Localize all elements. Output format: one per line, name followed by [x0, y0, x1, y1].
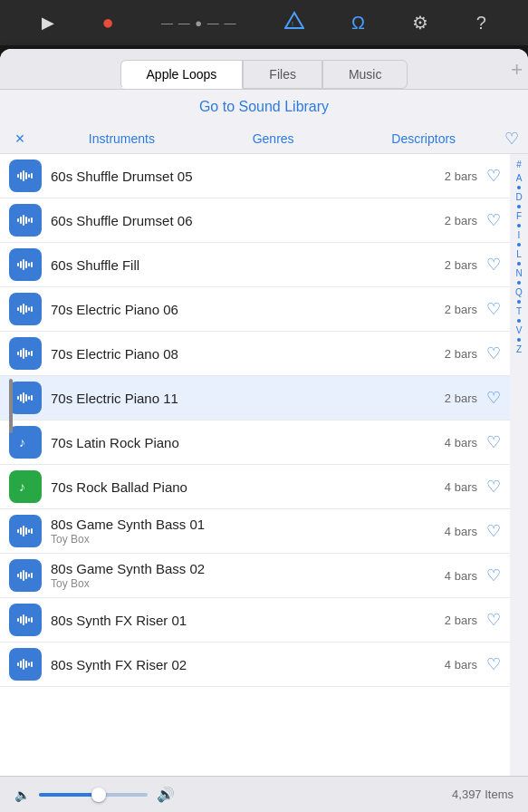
item-icon [9, 293, 42, 325]
item-icon [9, 204, 42, 237]
item-name: 60s Shuffle Drumset 05 [51, 169, 445, 184]
svg-rect-11 [25, 217, 27, 224]
index-letter[interactable]: T [516, 304, 522, 318]
item-icon [9, 648, 42, 681]
triangle-icon[interactable]: ! [284, 11, 304, 35]
item-favorite-button[interactable]: ♡ [486, 432, 501, 452]
item-favorite-button[interactable]: ♡ [486, 299, 501, 319]
item-icon [9, 604, 42, 636]
item-favorite-button[interactable]: ♡ [486, 343, 501, 363]
headphone-icon[interactable]: Ω [351, 13, 365, 34]
index-letter[interactable]: L [516, 247, 522, 261]
list-wrapper: 60s Shuffle Drumset 052 bars♡ 60s Shuffl… [0, 154, 528, 776]
svg-rect-58 [17, 662, 19, 666]
index-letter[interactable]: D [515, 190, 522, 204]
svg-rect-15 [20, 261, 22, 268]
item-count: 4,397 Items [452, 788, 514, 801]
help-icon[interactable]: ? [476, 13, 486, 34]
list-item[interactable]: ♪70s Rock Ballad Piano4 bars♡ [0, 465, 510, 509]
item-name: 70s Electric Piano 06 [51, 302, 445, 317]
resize-handle[interactable] [9, 379, 13, 433]
index-dot [517, 243, 521, 246]
item-favorite-button[interactable]: ♡ [486, 166, 501, 186]
svg-rect-52 [17, 618, 19, 622]
list-item[interactable]: 60s Shuffle Drumset 052 bars♡ [0, 154, 510, 198]
index-letter[interactable]: # [516, 158, 522, 171]
play-button[interactable]: ▶ [42, 13, 54, 33]
list-item[interactable]: 80s Synth FX Riser 012 bars♡ [0, 598, 510, 643]
volume-slider[interactable] [39, 793, 148, 797]
index-letter[interactable]: I [518, 228, 521, 242]
item-favorite-button[interactable]: ♡ [486, 210, 501, 230]
sound-library-link[interactable]: Go to Sound Library [199, 99, 329, 114]
filter-genres[interactable]: Genres [245, 128, 302, 150]
index-dot [517, 281, 521, 285]
svg-rect-36 [28, 396, 30, 400]
filter-heart-button[interactable]: ♡ [504, 129, 519, 149]
index-letter[interactable]: A [516, 171, 523, 185]
tab-music[interactable]: Music [322, 60, 408, 89]
svg-rect-33 [20, 394, 22, 401]
item-favorite-button[interactable]: ♡ [486, 654, 501, 674]
svg-rect-18 [28, 263, 30, 266]
item-name: 80s Game Synth Bass 02 [51, 561, 445, 576]
item-name: 70s Electric Piano 11 [51, 391, 445, 406]
item-icon [9, 382, 42, 414]
index-dot [517, 224, 521, 227]
svg-rect-46 [17, 574, 19, 577]
index-letter[interactable]: F [516, 209, 522, 223]
index-letter[interactable]: V [516, 324, 523, 337]
svg-rect-50 [28, 574, 30, 577]
index-letter[interactable]: Q [515, 285, 523, 299]
list-item[interactable]: 60s Shuffle Drumset 062 bars♡ [0, 198, 510, 243]
index-letter[interactable]: Z [516, 343, 522, 356]
index-dot [517, 319, 521, 323]
item-bars: 2 bars [445, 303, 477, 316]
filter-descriptors[interactable]: Descriptors [384, 128, 463, 150]
tab-apple-loops[interactable]: Apple Loops [120, 60, 244, 89]
svg-rect-24 [28, 307, 30, 311]
svg-rect-20 [17, 307, 19, 311]
volume-thumb[interactable] [91, 788, 106, 802]
item-favorite-button[interactable]: ♡ [486, 521, 501, 541]
list-item[interactable]: 80s Synth FX Riser 024 bars♡ [0, 643, 510, 687]
tabs-bar: Apple Loops Files Music [0, 49, 528, 90]
list-item[interactable]: ♪70s Latin Rock Piano4 bars♡ [0, 420, 510, 465]
svg-rect-25 [31, 306, 33, 312]
index-dot [517, 262, 521, 266]
loop-list: 60s Shuffle Drumset 052 bars♡ 60s Shuffl… [0, 154, 510, 776]
item-icon [9, 337, 42, 370]
filter-instruments[interactable]: Instruments [82, 128, 162, 150]
svg-rect-60 [23, 659, 24, 670]
filter-close-button[interactable]: × [9, 128, 31, 150]
svg-rect-62 [28, 662, 30, 666]
svg-rect-8 [17, 218, 19, 222]
item-favorite-button[interactable]: ♡ [486, 255, 501, 275]
item-bars: 2 bars [445, 347, 477, 361]
svg-rect-5 [25, 172, 27, 179]
list-item[interactable]: 60s Shuffle Fill2 bars♡ [0, 243, 510, 287]
tab-files[interactable]: Files [243, 60, 322, 89]
list-item[interactable]: 70s Electric Piano 082 bars♡ [0, 332, 510, 376]
add-button[interactable]: + [511, 58, 523, 82]
list-item[interactable]: 70s Electric Piano 112 bars♡ [0, 376, 510, 420]
gear-icon[interactable]: ⚙ [412, 12, 428, 34]
item-favorite-button[interactable]: ♡ [486, 477, 501, 497]
record-button[interactable]: ● [101, 11, 113, 34]
bottom-bar: 🔈 🔊 4,397 Items [0, 776, 528, 812]
svg-rect-57 [31, 617, 33, 623]
item-favorite-button[interactable]: ♡ [486, 388, 501, 408]
item-info: 80s Game Synth Bass 01Toy Box [51, 517, 445, 546]
list-item[interactable]: 80s Game Synth Bass 01Toy Box4 bars♡ [0, 509, 510, 554]
svg-rect-49 [25, 572, 27, 579]
item-bars: 2 bars [445, 169, 477, 183]
index-letter[interactable]: N [515, 266, 522, 280]
svg-rect-14 [17, 263, 19, 266]
item-favorite-button[interactable]: ♡ [486, 610, 501, 630]
item-info: 60s Shuffle Drumset 06 [51, 213, 445, 228]
item-favorite-button[interactable]: ♡ [486, 566, 501, 585]
svg-rect-3 [20, 172, 22, 179]
item-bars: 4 bars [445, 525, 477, 538]
list-item[interactable]: 70s Electric Piano 062 bars♡ [0, 287, 510, 332]
list-item[interactable]: 80s Game Synth Bass 02Toy Box4 bars♡ [0, 554, 510, 598]
